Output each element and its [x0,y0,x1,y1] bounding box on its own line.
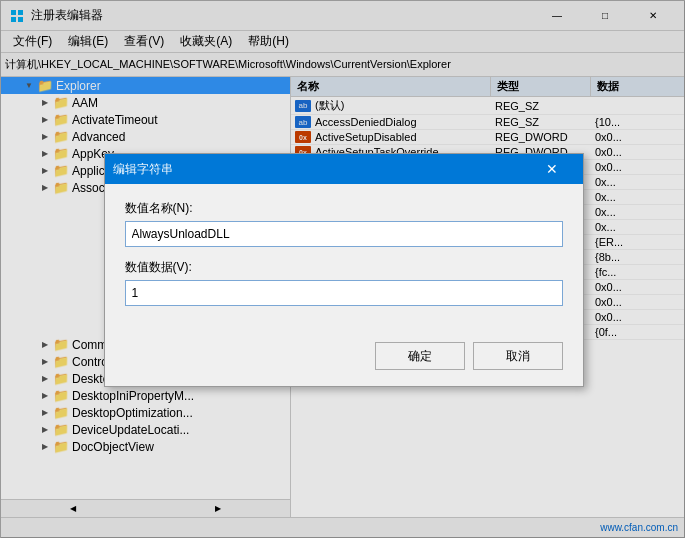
ok-button[interactable]: 确定 [375,342,465,370]
name-input[interactable] [125,221,563,247]
dialog-body: 数值名称(N): 数值数据(V): [105,184,583,334]
cancel-button[interactable]: 取消 [473,342,563,370]
dialog-title: 编辑字符串 [113,161,529,178]
dialog-close-button[interactable]: ✕ [529,155,575,183]
data-label: 数值数据(V): [125,259,563,276]
name-label: 数值名称(N): [125,200,563,217]
data-input[interactable] [125,280,563,306]
edit-string-dialog: 编辑字符串 ✕ 数值名称(N): 数值数据(V): 确定 取消 [104,153,584,387]
dialog-title-bar: 编辑字符串 ✕ [105,154,583,184]
dialog-overlay: 编辑字符串 ✕ 数值名称(N): 数值数据(V): 确定 取消 [1,1,685,538]
dialog-buttons: 确定 取消 [105,334,583,386]
